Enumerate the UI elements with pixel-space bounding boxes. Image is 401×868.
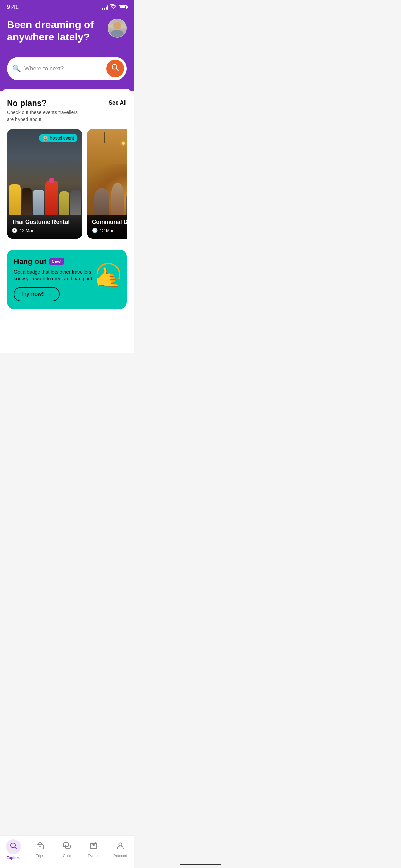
svg-line-1 — [116, 69, 118, 71]
clock-icon-1: 🕐 — [12, 228, 17, 233]
hangout-description: Get a badge that lets other travellers k… — [14, 269, 93, 282]
event-card-2-bottom: Communal Dinn... 🕐 12 Mar — [87, 215, 127, 239]
search-icon-left: 🔍 — [12, 64, 21, 73]
hangout-title: Hang out — [14, 257, 46, 266]
battery-icon — [119, 5, 127, 9]
events-section-header: No plans? Check out these events travell… — [7, 98, 127, 123]
avatar[interactable] — [108, 19, 127, 38]
hangout-banner: Hang out New! Get a badge that lets othe… — [7, 250, 127, 309]
try-now-button[interactable]: Try now! → — [14, 287, 60, 301]
events-title: No plans? — [7, 98, 86, 108]
event-name-1: Thai Costume Rental — [12, 219, 77, 226]
events-row: 🏨 Hostel event Thai Costume Rental 🕐 12 … — [7, 129, 127, 240]
search-bar[interactable]: 🔍 Where to next? — [7, 57, 127, 80]
event-name-2: Communal Dinn... — [92, 219, 127, 226]
event-date-2: 🕐 12 Mar — [92, 228, 127, 233]
search-container: 🔍 Where to next? — [0, 57, 134, 91]
event-card-1[interactable]: 🏨 Hostel event Thai Costume Rental 🕐 12 … — [7, 129, 82, 239]
hangout-text: Hang out New! Get a badge that lets othe… — [14, 257, 93, 301]
building-icon: 🏨 — [42, 135, 48, 141]
status-bar: 9:41 — [0, 0, 134, 13]
event-date-1: 🕐 12 Mar — [12, 228, 77, 233]
hangout-emoji-wrap: 🤙 — [93, 266, 120, 293]
event-card-2[interactable]: 🏨 Communal Dinn... 🕐 12 Mar — [87, 129, 127, 239]
signal-bars-icon — [102, 5, 108, 10]
events-subtitle: Check out these events travellers are hy… — [7, 109, 86, 123]
header-section: Been dreaming of anywhere lately? — [0, 13, 134, 57]
search-button[interactable] — [106, 60, 124, 77]
main-content: No plans? Check out these events travell… — [0, 89, 134, 353]
event-badge-1: 🏨 Hostel event — [39, 134, 77, 142]
hand-emoji-icon: 🤙 — [92, 264, 122, 292]
new-badge: New! — [49, 258, 64, 265]
status-icons — [102, 4, 127, 10]
clock-icon-2: 🕐 — [92, 228, 98, 233]
status-time: 9:41 — [7, 4, 19, 10]
event-card-1-bottom: Thai Costume Rental 🕐 12 Mar — [7, 215, 82, 239]
search-input[interactable]: Where to next? — [24, 65, 103, 72]
wifi-icon — [110, 4, 117, 10]
page-title: Been dreaming of anywhere lately? — [7, 19, 96, 43]
search-btn-icon — [111, 64, 119, 73]
see-all-button[interactable]: See All — [109, 100, 127, 106]
hangout-title-row: Hang out New! — [14, 257, 93, 266]
